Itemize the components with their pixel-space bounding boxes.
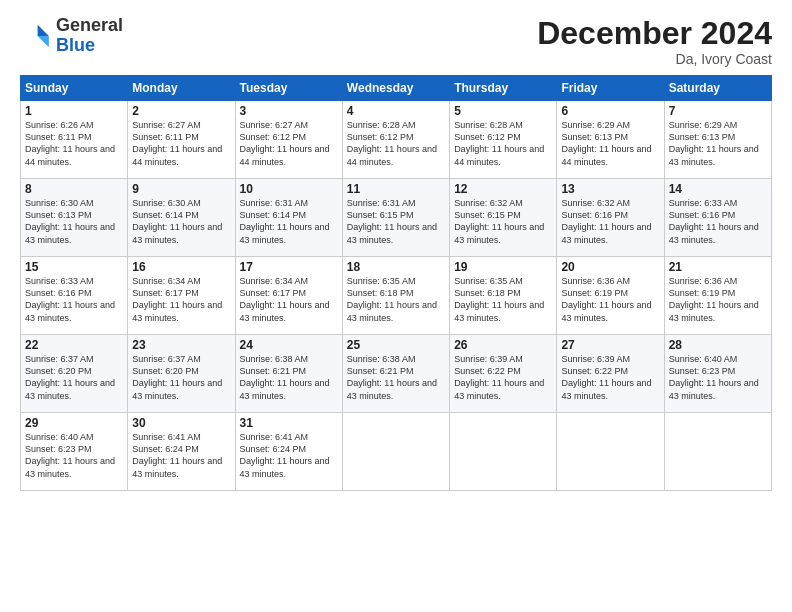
col-saturday: Saturday xyxy=(664,76,771,101)
day-number: 28 xyxy=(669,338,767,352)
day-info: Sunrise: 6:27 AMSunset: 6:11 PMDaylight:… xyxy=(132,119,230,168)
day-number: 4 xyxy=(347,104,445,118)
day-number: 6 xyxy=(561,104,659,118)
day-info: Sunrise: 6:37 AMSunset: 6:20 PMDaylight:… xyxy=(25,353,123,402)
day-info: Sunrise: 6:33 AMSunset: 6:16 PMDaylight:… xyxy=(25,275,123,324)
svg-marker-1 xyxy=(38,36,49,47)
day-info: Sunrise: 6:33 AMSunset: 6:16 PMDaylight:… xyxy=(669,197,767,246)
day-info: Sunrise: 6:35 AMSunset: 6:18 PMDaylight:… xyxy=(454,275,552,324)
day-number: 31 xyxy=(240,416,338,430)
table-cell: 20Sunrise: 6:36 AMSunset: 6:19 PMDayligh… xyxy=(557,257,664,335)
day-number: 5 xyxy=(454,104,552,118)
day-info: Sunrise: 6:26 AMSunset: 6:11 PMDaylight:… xyxy=(25,119,123,168)
table-cell: 15Sunrise: 6:33 AMSunset: 6:16 PMDayligh… xyxy=(21,257,128,335)
table-cell: 23Sunrise: 6:37 AMSunset: 6:20 PMDayligh… xyxy=(128,335,235,413)
day-number: 19 xyxy=(454,260,552,274)
day-number: 17 xyxy=(240,260,338,274)
day-number: 21 xyxy=(669,260,767,274)
day-info: Sunrise: 6:28 AMSunset: 6:12 PMDaylight:… xyxy=(347,119,445,168)
table-cell: 18Sunrise: 6:35 AMSunset: 6:18 PMDayligh… xyxy=(342,257,449,335)
day-number: 9 xyxy=(132,182,230,196)
table-cell: 12Sunrise: 6:32 AMSunset: 6:15 PMDayligh… xyxy=(450,179,557,257)
table-cell: 24Sunrise: 6:38 AMSunset: 6:21 PMDayligh… xyxy=(235,335,342,413)
day-info: Sunrise: 6:37 AMSunset: 6:20 PMDaylight:… xyxy=(132,353,230,402)
day-info: Sunrise: 6:39 AMSunset: 6:22 PMDaylight:… xyxy=(454,353,552,402)
header: General Blue December 2024 Da, Ivory Coa… xyxy=(20,16,772,67)
table-cell: 1Sunrise: 6:26 AMSunset: 6:11 PMDaylight… xyxy=(21,101,128,179)
table-cell xyxy=(450,413,557,491)
month-title: December 2024 xyxy=(537,16,772,51)
table-cell xyxy=(664,413,771,491)
col-thursday: Thursday xyxy=(450,76,557,101)
calendar-week-row: 1Sunrise: 6:26 AMSunset: 6:11 PMDaylight… xyxy=(21,101,772,179)
day-info: Sunrise: 6:38 AMSunset: 6:21 PMDaylight:… xyxy=(347,353,445,402)
day-info: Sunrise: 6:34 AMSunset: 6:17 PMDaylight:… xyxy=(132,275,230,324)
table-cell: 13Sunrise: 6:32 AMSunset: 6:16 PMDayligh… xyxy=(557,179,664,257)
day-number: 16 xyxy=(132,260,230,274)
logo: General Blue xyxy=(20,16,123,56)
table-cell: 8Sunrise: 6:30 AMSunset: 6:13 PMDaylight… xyxy=(21,179,128,257)
day-info: Sunrise: 6:40 AMSunset: 6:23 PMDaylight:… xyxy=(25,431,123,480)
calendar-week-row: 29Sunrise: 6:40 AMSunset: 6:23 PMDayligh… xyxy=(21,413,772,491)
table-cell: 21Sunrise: 6:36 AMSunset: 6:19 PMDayligh… xyxy=(664,257,771,335)
day-info: Sunrise: 6:32 AMSunset: 6:15 PMDaylight:… xyxy=(454,197,552,246)
day-number: 11 xyxy=(347,182,445,196)
table-cell: 7Sunrise: 6:29 AMSunset: 6:13 PMDaylight… xyxy=(664,101,771,179)
table-cell: 25Sunrise: 6:38 AMSunset: 6:21 PMDayligh… xyxy=(342,335,449,413)
day-info: Sunrise: 6:41 AMSunset: 6:24 PMDaylight:… xyxy=(132,431,230,480)
day-info: Sunrise: 6:30 AMSunset: 6:14 PMDaylight:… xyxy=(132,197,230,246)
day-info: Sunrise: 6:30 AMSunset: 6:13 PMDaylight:… xyxy=(25,197,123,246)
day-number: 27 xyxy=(561,338,659,352)
logo-icon xyxy=(20,20,52,52)
table-cell: 11Sunrise: 6:31 AMSunset: 6:15 PMDayligh… xyxy=(342,179,449,257)
col-monday: Monday xyxy=(128,76,235,101)
day-number: 26 xyxy=(454,338,552,352)
day-number: 29 xyxy=(25,416,123,430)
table-cell: 6Sunrise: 6:29 AMSunset: 6:13 PMDaylight… xyxy=(557,101,664,179)
col-friday: Friday xyxy=(557,76,664,101)
day-info: Sunrise: 6:27 AMSunset: 6:12 PMDaylight:… xyxy=(240,119,338,168)
calendar-week-row: 8Sunrise: 6:30 AMSunset: 6:13 PMDaylight… xyxy=(21,179,772,257)
table-cell: 3Sunrise: 6:27 AMSunset: 6:12 PMDaylight… xyxy=(235,101,342,179)
table-cell: 17Sunrise: 6:34 AMSunset: 6:17 PMDayligh… xyxy=(235,257,342,335)
col-sunday: Sunday xyxy=(21,76,128,101)
logo-text: General Blue xyxy=(56,16,123,56)
calendar-week-row: 15Sunrise: 6:33 AMSunset: 6:16 PMDayligh… xyxy=(21,257,772,335)
day-info: Sunrise: 6:41 AMSunset: 6:24 PMDaylight:… xyxy=(240,431,338,480)
day-info: Sunrise: 6:35 AMSunset: 6:18 PMDaylight:… xyxy=(347,275,445,324)
day-number: 12 xyxy=(454,182,552,196)
svg-marker-0 xyxy=(38,25,49,36)
day-number: 14 xyxy=(669,182,767,196)
table-cell: 29Sunrise: 6:40 AMSunset: 6:23 PMDayligh… xyxy=(21,413,128,491)
logo-blue: Blue xyxy=(56,35,95,55)
day-number: 2 xyxy=(132,104,230,118)
day-number: 20 xyxy=(561,260,659,274)
day-number: 23 xyxy=(132,338,230,352)
table-cell: 4Sunrise: 6:28 AMSunset: 6:12 PMDaylight… xyxy=(342,101,449,179)
col-tuesday: Tuesday xyxy=(235,76,342,101)
day-info: Sunrise: 6:31 AMSunset: 6:15 PMDaylight:… xyxy=(347,197,445,246)
day-info: Sunrise: 6:29 AMSunset: 6:13 PMDaylight:… xyxy=(669,119,767,168)
table-cell: 26Sunrise: 6:39 AMSunset: 6:22 PMDayligh… xyxy=(450,335,557,413)
day-info: Sunrise: 6:28 AMSunset: 6:12 PMDaylight:… xyxy=(454,119,552,168)
table-cell: 2Sunrise: 6:27 AMSunset: 6:11 PMDaylight… xyxy=(128,101,235,179)
day-info: Sunrise: 6:40 AMSunset: 6:23 PMDaylight:… xyxy=(669,353,767,402)
table-cell: 14Sunrise: 6:33 AMSunset: 6:16 PMDayligh… xyxy=(664,179,771,257)
day-number: 7 xyxy=(669,104,767,118)
day-number: 3 xyxy=(240,104,338,118)
day-number: 10 xyxy=(240,182,338,196)
title-block: December 2024 Da, Ivory Coast xyxy=(537,16,772,67)
day-number: 1 xyxy=(25,104,123,118)
day-info: Sunrise: 6:39 AMSunset: 6:22 PMDaylight:… xyxy=(561,353,659,402)
table-cell: 27Sunrise: 6:39 AMSunset: 6:22 PMDayligh… xyxy=(557,335,664,413)
table-cell: 30Sunrise: 6:41 AMSunset: 6:24 PMDayligh… xyxy=(128,413,235,491)
calendar-header-row: Sunday Monday Tuesday Wednesday Thursday… xyxy=(21,76,772,101)
table-cell: 9Sunrise: 6:30 AMSunset: 6:14 PMDaylight… xyxy=(128,179,235,257)
day-info: Sunrise: 6:31 AMSunset: 6:14 PMDaylight:… xyxy=(240,197,338,246)
table-cell: 22Sunrise: 6:37 AMSunset: 6:20 PMDayligh… xyxy=(21,335,128,413)
day-info: Sunrise: 6:29 AMSunset: 6:13 PMDaylight:… xyxy=(561,119,659,168)
day-number: 25 xyxy=(347,338,445,352)
calendar-week-row: 22Sunrise: 6:37 AMSunset: 6:20 PMDayligh… xyxy=(21,335,772,413)
day-number: 13 xyxy=(561,182,659,196)
day-number: 15 xyxy=(25,260,123,274)
